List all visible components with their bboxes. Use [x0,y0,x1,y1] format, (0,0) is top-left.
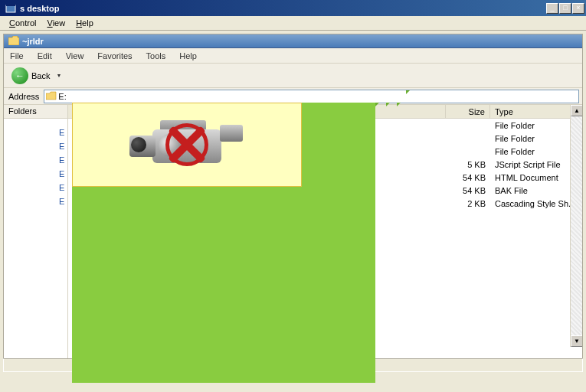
vertical-scrollbar[interactable]: ▲ ▼ [570,105,582,347]
maximize-button[interactable]: □ [559,3,571,14]
preview-tooltip [72,103,302,187]
column-size[interactable]: Size [446,105,490,118]
close-button[interactable]: × [572,3,584,14]
tree-item[interactable]: E [59,183,64,192]
corner-mark [386,103,391,107]
corner-mark [397,103,401,107]
menu-tools[interactable]: Tools [146,51,166,60]
folder-icon [8,36,19,47]
back-label: Back [31,71,50,80]
scroll-up-button[interactable]: ▲ [571,105,582,116]
tree-item[interactable]: E [59,128,64,137]
tree-item[interactable]: E [59,197,64,206]
menu-view[interactable]: View [42,17,70,29]
svg-rect-0 [6,5,15,12]
drive-icon [46,91,57,102]
address-label: Address [7,92,41,101]
tree-item[interactable]: E [59,169,64,178]
chevron-down-icon[interactable]: ▼ [56,73,61,78]
back-icon: ← [11,67,28,84]
menu-edit[interactable]: Edit [38,51,52,60]
explorer-title: ~jrldr [22,37,44,46]
app-icon [5,2,17,15]
menu-file[interactable]: File [10,51,24,60]
scroll-track[interactable] [571,116,582,335]
column-type[interactable]: Type [490,105,582,118]
folders-header: Folders [4,105,67,119]
menu-favorites[interactable]: Favorites [97,51,132,60]
menu-help[interactable]: Help [71,17,98,29]
back-button[interactable]: ← Back ▼ [8,66,64,86]
tree-item[interactable]: E [59,155,64,165]
corner-mark [375,103,380,107]
tree-item[interactable]: E [59,142,64,151]
menu-view-inner[interactable]: View [66,51,84,60]
address-value: E: [58,92,66,101]
window-title: s desktop [20,4,546,13]
menu-control[interactable]: Control [5,17,41,29]
menu-help-inner[interactable]: Help [179,51,197,60]
svg-rect-1 [6,4,15,6]
outer-menu-bar: Control View Help [0,16,586,31]
main-area: ~jrldr File Edit View Favorites Tools He… [0,31,586,375]
explorer-menu-bar: File Edit View Favorites Tools Help [4,48,582,64]
title-bar: s desktop _ □ × [0,0,586,16]
minimize-button[interactable]: _ [546,3,558,14]
scroll-down-button[interactable]: ▼ [571,335,582,347]
address-input[interactable]: E: [44,90,579,103]
x-icon [164,122,210,168]
explorer-title-bar: ~jrldr [4,34,582,48]
window-buttons: _ □ × [546,3,584,14]
folders-pane: Folders E E E E E E [4,105,68,359]
toolbar: ← Back ▼ [4,64,582,88]
camcorder-icon [129,114,244,175]
corner-mark [406,90,411,95]
